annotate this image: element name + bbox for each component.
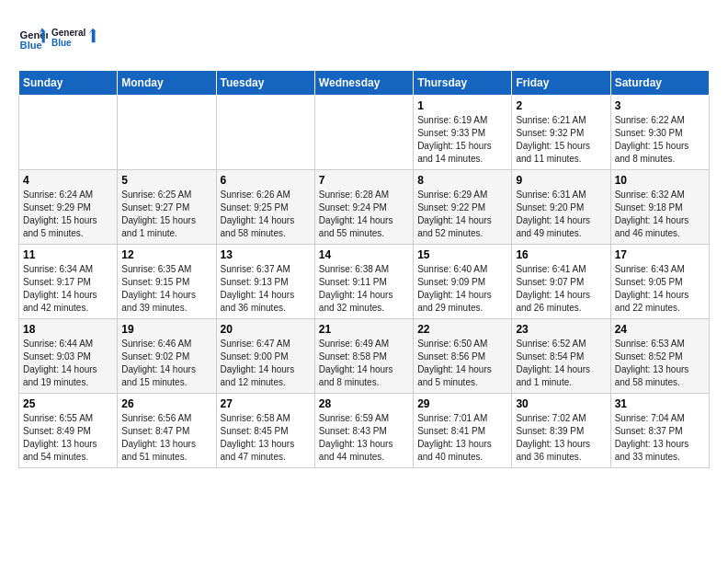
calendar-day-cell: 14Sunrise: 6:38 AM Sunset: 9:11 PM Dayli… xyxy=(314,245,413,319)
day-number: 18 xyxy=(23,323,113,336)
day-number: 15 xyxy=(417,248,507,261)
day-number: 2 xyxy=(516,99,606,112)
day-number: 26 xyxy=(121,397,211,410)
calendar-day-cell: 15Sunrise: 6:40 AM Sunset: 9:09 PM Dayli… xyxy=(414,245,512,319)
day-of-week-header: Friday xyxy=(512,71,610,96)
day-info: Sunrise: 6:29 AM Sunset: 9:22 PM Dayligh… xyxy=(417,189,507,240)
day-number: 16 xyxy=(516,248,606,261)
calendar-day-cell xyxy=(216,96,314,170)
calendar-day-cell: 22Sunrise: 6:50 AM Sunset: 8:56 PM Dayli… xyxy=(414,319,512,394)
day-number: 29 xyxy=(417,397,507,410)
calendar-day-cell: 2Sunrise: 6:21 AM Sunset: 9:32 PM Daylig… xyxy=(512,96,610,170)
calendar-day-cell: 3Sunrise: 6:22 AM Sunset: 9:30 PM Daylig… xyxy=(610,96,709,170)
calendar-day-cell: 18Sunrise: 6:44 AM Sunset: 9:03 PM Dayli… xyxy=(19,319,118,394)
day-number: 30 xyxy=(516,397,606,410)
day-number: 9 xyxy=(516,174,606,187)
day-number: 10 xyxy=(615,174,705,187)
calendar-day-cell xyxy=(19,96,118,170)
logo-svg: General Blue xyxy=(51,18,97,55)
calendar-day-cell: 25Sunrise: 6:55 AM Sunset: 8:49 PM Dayli… xyxy=(19,394,118,468)
calendar-day-cell: 30Sunrise: 7:02 AM Sunset: 8:39 PM Dayli… xyxy=(512,394,610,468)
day-of-week-header: Sunday xyxy=(19,71,118,96)
day-info: Sunrise: 7:02 AM Sunset: 8:39 PM Dayligh… xyxy=(516,412,606,464)
calendar-day-cell: 8Sunrise: 6:29 AM Sunset: 9:22 PM Daylig… xyxy=(414,170,512,245)
day-info: Sunrise: 6:31 AM Sunset: 9:20 PM Dayligh… xyxy=(516,189,606,240)
day-info: Sunrise: 7:01 AM Sunset: 8:41 PM Dayligh… xyxy=(417,412,507,464)
day-number: 3 xyxy=(615,99,705,112)
day-number: 21 xyxy=(319,323,409,336)
day-number: 20 xyxy=(221,323,311,336)
day-info: Sunrise: 6:40 AM Sunset: 9:09 PM Dayligh… xyxy=(417,263,507,315)
calendar-week-row: 18Sunrise: 6:44 AM Sunset: 9:03 PM Dayli… xyxy=(19,319,710,394)
day-info: Sunrise: 6:53 AM Sunset: 8:52 PM Dayligh… xyxy=(615,338,705,389)
svg-text:Blue: Blue xyxy=(51,38,72,48)
day-of-week-header: Thursday xyxy=(414,71,512,96)
calendar-day-cell: 28Sunrise: 6:59 AM Sunset: 8:43 PM Dayli… xyxy=(314,394,413,468)
day-number: 13 xyxy=(221,248,311,261)
calendar-day-cell: 13Sunrise: 6:37 AM Sunset: 9:13 PM Dayli… xyxy=(216,245,314,319)
day-info: Sunrise: 6:59 AM Sunset: 8:43 PM Dayligh… xyxy=(319,412,409,464)
day-info: Sunrise: 6:19 AM Sunset: 9:33 PM Dayligh… xyxy=(417,114,507,166)
day-number: 1 xyxy=(417,99,507,112)
day-info: Sunrise: 6:22 AM Sunset: 9:30 PM Dayligh… xyxy=(615,114,705,166)
calendar-week-row: 11Sunrise: 6:34 AM Sunset: 9:17 PM Dayli… xyxy=(19,245,710,319)
calendar-day-cell xyxy=(314,96,413,170)
day-of-week-header: Saturday xyxy=(610,71,709,96)
calendar-week-row: 25Sunrise: 6:55 AM Sunset: 8:49 PM Dayli… xyxy=(19,394,710,468)
day-info: Sunrise: 6:26 AM Sunset: 9:25 PM Dayligh… xyxy=(221,189,311,240)
logo: General Blue General Blue xyxy=(18,18,97,55)
day-number: 31 xyxy=(615,397,705,410)
svg-marker-5 xyxy=(88,29,97,43)
day-info: Sunrise: 6:21 AM Sunset: 9:32 PM Dayligh… xyxy=(516,114,606,166)
day-info: Sunrise: 6:56 AM Sunset: 8:47 PM Dayligh… xyxy=(121,412,211,464)
calendar-day-cell: 23Sunrise: 6:52 AM Sunset: 8:54 PM Dayli… xyxy=(512,319,610,394)
calendar-day-cell xyxy=(118,96,216,170)
day-info: Sunrise: 6:37 AM Sunset: 9:13 PM Dayligh… xyxy=(221,263,311,315)
day-number: 25 xyxy=(23,397,113,410)
day-number: 4 xyxy=(23,174,113,187)
day-info: Sunrise: 6:47 AM Sunset: 9:00 PM Dayligh… xyxy=(221,338,311,389)
day-info: Sunrise: 6:28 AM Sunset: 9:24 PM Dayligh… xyxy=(319,189,409,240)
calendar-week-row: 4Sunrise: 6:24 AM Sunset: 9:29 PM Daylig… xyxy=(19,170,710,245)
calendar-day-cell: 11Sunrise: 6:34 AM Sunset: 9:17 PM Dayli… xyxy=(19,245,118,319)
calendar-day-cell: 5Sunrise: 6:25 AM Sunset: 9:27 PM Daylig… xyxy=(118,170,216,245)
day-number: 6 xyxy=(221,174,311,187)
calendar-day-cell: 1Sunrise: 6:19 AM Sunset: 9:33 PM Daylig… xyxy=(414,96,512,170)
calendar-day-cell: 27Sunrise: 6:58 AM Sunset: 8:45 PM Dayli… xyxy=(216,394,314,468)
calendar-day-cell: 21Sunrise: 6:49 AM Sunset: 8:58 PM Dayli… xyxy=(314,319,413,394)
calendar-day-cell: 16Sunrise: 6:41 AM Sunset: 9:07 PM Dayli… xyxy=(512,245,610,319)
day-info: Sunrise: 6:25 AM Sunset: 9:27 PM Dayligh… xyxy=(121,189,211,240)
day-info: Sunrise: 6:24 AM Sunset: 9:29 PM Dayligh… xyxy=(23,189,113,240)
calendar-day-cell: 6Sunrise: 6:26 AM Sunset: 9:25 PM Daylig… xyxy=(216,170,314,245)
day-of-week-header: Monday xyxy=(118,71,216,96)
day-info: Sunrise: 6:49 AM Sunset: 8:58 PM Dayligh… xyxy=(319,338,409,389)
day-info: Sunrise: 6:46 AM Sunset: 9:02 PM Dayligh… xyxy=(121,338,211,389)
day-info: Sunrise: 6:50 AM Sunset: 8:56 PM Dayligh… xyxy=(417,338,507,389)
day-number: 5 xyxy=(121,174,211,187)
day-number: 28 xyxy=(319,397,409,410)
logo-icon: General Blue xyxy=(18,22,48,52)
day-info: Sunrise: 6:34 AM Sunset: 9:17 PM Dayligh… xyxy=(23,263,113,315)
day-number: 22 xyxy=(417,323,507,336)
calendar-day-cell: 4Sunrise: 6:24 AM Sunset: 9:29 PM Daylig… xyxy=(19,170,118,245)
day-info: Sunrise: 6:55 AM Sunset: 8:49 PM Dayligh… xyxy=(23,412,113,464)
day-number: 17 xyxy=(615,248,705,261)
day-number: 27 xyxy=(221,397,311,410)
day-info: Sunrise: 7:04 AM Sunset: 8:37 PM Dayligh… xyxy=(615,412,705,464)
calendar-week-row: 1Sunrise: 6:19 AM Sunset: 9:33 PM Daylig… xyxy=(19,96,710,170)
day-number: 8 xyxy=(417,174,507,187)
calendar-day-cell: 26Sunrise: 6:56 AM Sunset: 8:47 PM Dayli… xyxy=(118,394,216,468)
day-number: 24 xyxy=(615,323,705,336)
calendar-day-cell: 20Sunrise: 6:47 AM Sunset: 9:00 PM Dayli… xyxy=(216,319,314,394)
calendar-day-cell: 12Sunrise: 6:35 AM Sunset: 9:15 PM Dayli… xyxy=(118,245,216,319)
day-number: 7 xyxy=(319,174,409,187)
day-number: 23 xyxy=(516,323,606,336)
page-header: General Blue General Blue xyxy=(18,18,710,55)
day-info: Sunrise: 6:35 AM Sunset: 9:15 PM Dayligh… xyxy=(121,263,211,315)
day-info: Sunrise: 6:44 AM Sunset: 9:03 PM Dayligh… xyxy=(23,338,113,389)
calendar-day-cell: 7Sunrise: 6:28 AM Sunset: 9:24 PM Daylig… xyxy=(314,170,413,245)
day-number: 12 xyxy=(121,248,211,261)
calendar-day-cell: 9Sunrise: 6:31 AM Sunset: 9:20 PM Daylig… xyxy=(512,170,610,245)
calendar-day-cell: 29Sunrise: 7:01 AM Sunset: 8:41 PM Dayli… xyxy=(414,394,512,468)
calendar-day-cell: 17Sunrise: 6:43 AM Sunset: 9:05 PM Dayli… xyxy=(610,245,709,319)
